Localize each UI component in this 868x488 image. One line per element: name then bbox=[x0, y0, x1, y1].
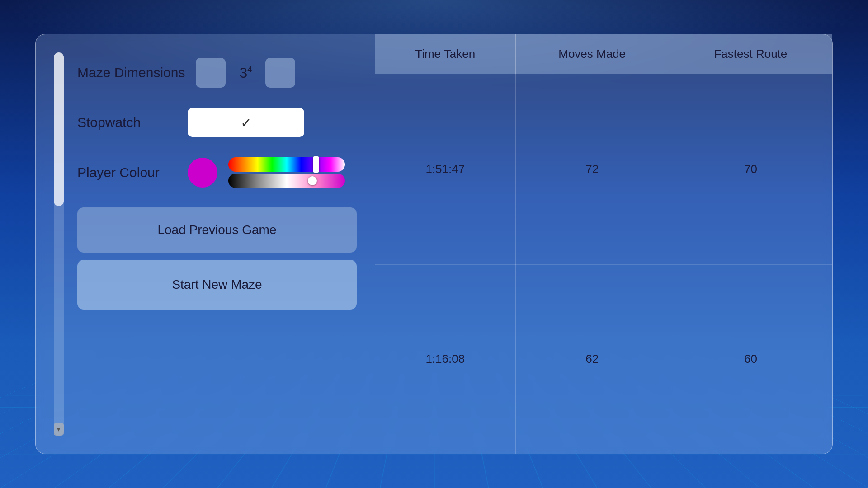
col-moves-made: Moves Made bbox=[515, 34, 669, 74]
stopwatch-toggle[interactable]: ✓ bbox=[188, 108, 304, 137]
maze-dimensions-row: Maze Dimensions 34 bbox=[77, 48, 357, 98]
saturation-thumb[interactable] bbox=[308, 176, 317, 185]
maze-controls: 34 bbox=[196, 58, 295, 88]
stats-header-row: Time Taken Moves Made Fastest Route bbox=[375, 34, 832, 74]
maze-dimensions-label: Maze Dimensions bbox=[77, 65, 185, 80]
cell-time_taken: 1:51:47 bbox=[375, 74, 515, 265]
col-time-taken: Time Taken bbox=[375, 34, 515, 74]
cell-moves_made: 72 bbox=[515, 74, 669, 265]
stats-panel: Time Taken Moves Made Fastest Route 1:51… bbox=[375, 34, 832, 454]
colour-picker bbox=[228, 157, 345, 188]
table-row: 1:51:477270 bbox=[375, 74, 832, 265]
settings-content: Maze Dimensions 34 Stopwatch ✓ Player bbox=[77, 48, 357, 440]
start-new-maze-button[interactable]: Start New Maze bbox=[77, 260, 357, 310]
left-panel: Maze Dimensions 34 Stopwatch ✓ Player bbox=[36, 34, 375, 454]
player-colour-row: Player Colour bbox=[77, 147, 357, 198]
stopwatch-label: Stopwatch bbox=[77, 115, 177, 130]
hue-thumb[interactable] bbox=[313, 156, 319, 173]
player-colour-label: Player Colour bbox=[77, 165, 177, 180]
stats-table: Time Taken Moves Made Fastest Route 1:51… bbox=[375, 34, 832, 454]
cell-fastest_route: 70 bbox=[669, 74, 832, 265]
maze-value: 34 bbox=[232, 65, 259, 81]
cell-moves_made: 62 bbox=[515, 264, 669, 454]
load-previous-game-button[interactable]: Load Previous Game bbox=[77, 207, 357, 253]
stopwatch-check: ✓ bbox=[241, 115, 252, 131]
scrollbar-down-arrow[interactable] bbox=[54, 423, 64, 436]
cell-fastest_route: 60 bbox=[669, 264, 832, 454]
col-fastest-route: Fastest Route bbox=[669, 34, 832, 74]
stopwatch-row: Stopwatch ✓ bbox=[77, 98, 357, 147]
saturation-bar[interactable] bbox=[228, 174, 345, 188]
main-card: Maze Dimensions 34 Stopwatch ✓ Player bbox=[35, 34, 833, 454]
maze-decrease-button[interactable] bbox=[196, 58, 226, 88]
colour-swatch[interactable] bbox=[188, 158, 217, 188]
scrollbar-track[interactable] bbox=[54, 52, 64, 436]
table-row: 1:16:086260 bbox=[375, 264, 832, 454]
cell-time_taken: 1:16:08 bbox=[375, 264, 515, 454]
scrollbar-thumb[interactable] bbox=[54, 52, 64, 206]
hue-bar[interactable] bbox=[228, 157, 345, 172]
button-section: Load Previous Game Start New Maze bbox=[77, 207, 357, 310]
maze-increase-button[interactable] bbox=[265, 58, 295, 88]
